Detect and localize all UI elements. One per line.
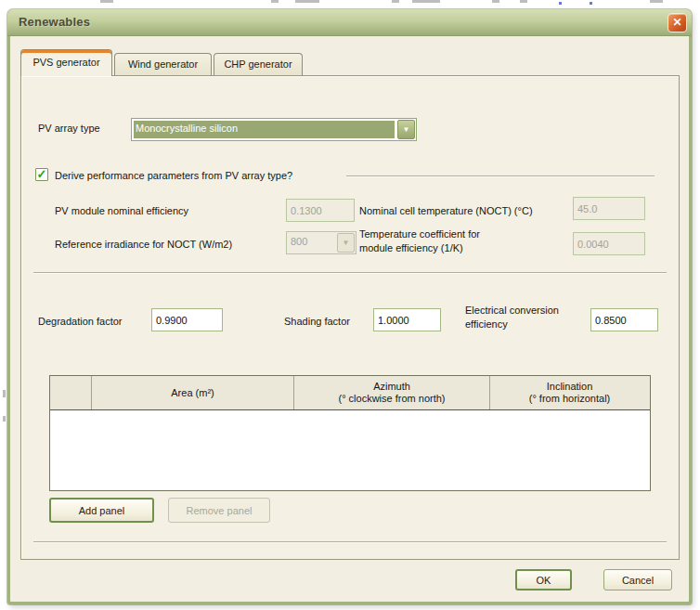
background-artifact — [559, 2, 562, 5]
background-artifact — [520, 0, 527, 3]
background-artifact — [650, 0, 663, 3]
dialog-titlebar[interactable]: Renewables ✕ — [7, 9, 692, 36]
background-artifact — [392, 0, 399, 3]
background-artifact — [492, 0, 499, 3]
degradation-factor-label: Degradation factor — [38, 316, 123, 327]
background-artifact — [412, 0, 440, 3]
reference-irradiance-label: Reference irradiance for NOCT (W/m2) — [55, 239, 232, 250]
nominal-efficiency-field — [286, 199, 355, 222]
noct-field — [573, 197, 645, 220]
column-header-spacer — [50, 376, 92, 409]
cancel-button[interactable]: Cancel — [603, 569, 672, 591]
temperature-coefficient-label-line2: module efficiency (1/K) — [359, 241, 554, 255]
shading-factor-field[interactable] — [373, 308, 441, 331]
column-header-azimuth: Azimuth (° clockwise from north) — [294, 376, 490, 409]
tab-chp-generator[interactable]: CHP generator — [214, 53, 303, 75]
section-divider — [33, 272, 667, 274]
pv-array-type-selected-value: Monocrystalline silicon — [134, 121, 395, 138]
checkmark-icon: ✓ — [37, 167, 47, 181]
column-header-inclination-line1: Inclination — [547, 381, 593, 393]
temperature-coefficient-field — [573, 232, 645, 255]
background-artifact — [3, 390, 6, 397]
degradation-factor-field[interactable] — [151, 308, 223, 331]
pv-array-type-select[interactable]: Monocrystalline silicon ▼ — [131, 118, 417, 141]
close-icon: ✕ — [672, 16, 681, 29]
dialog-content: PVS generator Wind generator CHP generat… — [10, 36, 689, 602]
remove-panel-button: Remove panel — [168, 498, 270, 523]
section-divider — [346, 175, 655, 177]
electrical-efficiency-label-line1: Electrical conversion — [465, 304, 595, 318]
background-artifact — [271, 0, 279, 3]
column-header-inclination: Inclination (° from horizontal) — [490, 376, 649, 409]
add-panel-button[interactable]: Add panel — [49, 498, 154, 523]
column-header-area-text: Area (m²) — [171, 387, 214, 399]
panels-table-body[interactable] — [50, 410, 650, 490]
column-header-azimuth-line2: (° clockwise from north) — [338, 393, 445, 405]
derive-parameters-checkbox[interactable]: ✓ — [35, 168, 48, 181]
dialog-title: Renewables — [19, 15, 90, 29]
temperature-coefficient-label: Temperature coefficient for module effic… — [359, 227, 554, 255]
temperature-coefficient-label-line1: Temperature coefficient for — [359, 227, 554, 241]
section-divider — [33, 541, 667, 543]
background-artifact — [100, 0, 113, 3]
panels-table: Area (m²) Azimuth (° clockwise from nort… — [49, 375, 651, 491]
screen-background: Renewables ✕ PVS generator Wind generato… — [0, 0, 700, 610]
close-button[interactable]: ✕ — [668, 13, 687, 32]
nominal-efficiency-label: PV module nominal efficiency — [55, 205, 188, 216]
pvs-generator-panel: PV array type Monocrystalline silicon ▼ … — [20, 75, 680, 560]
electrical-efficiency-label-line2: efficiency — [465, 318, 595, 331]
column-header-area: Area (m²) — [92, 376, 294, 409]
chevron-down-icon[interactable]: ▼ — [397, 120, 415, 139]
renewables-dialog: Renewables ✕ PVS generator Wind generato… — [7, 9, 692, 604]
tab-pvs-generator[interactable]: PVS generator — [20, 49, 112, 76]
tab-wind-generator[interactable]: Wind generator — [114, 53, 212, 75]
derive-parameters-label: Derive performance parameters from PV ar… — [55, 170, 292, 181]
column-header-azimuth-line1: Azimuth — [373, 381, 410, 393]
electrical-efficiency-label: Electrical conversion efficiency — [465, 304, 595, 331]
background-artifact — [3, 416, 6, 422]
ok-button[interactable]: OK — [515, 569, 572, 591]
background-artifact — [295, 0, 319, 3]
pv-array-type-label: PV array type — [38, 123, 100, 134]
column-header-inclination-line2: (° from horizontal) — [529, 393, 611, 405]
panels-table-header: Area (m²) Azimuth (° clockwise from nort… — [50, 376, 650, 410]
chevron-down-icon: ▼ — [337, 233, 355, 253]
noct-label: Nominal cell temperature (NOCT) (°C) — [359, 205, 533, 216]
shading-factor-label: Shading factor — [284, 316, 350, 327]
reference-irradiance-value: 800 — [289, 234, 334, 252]
background-artifact — [590, 2, 592, 5]
electrical-efficiency-field[interactable] — [590, 308, 658, 331]
reference-irradiance-select: 800 ▼ — [286, 231, 356, 254]
